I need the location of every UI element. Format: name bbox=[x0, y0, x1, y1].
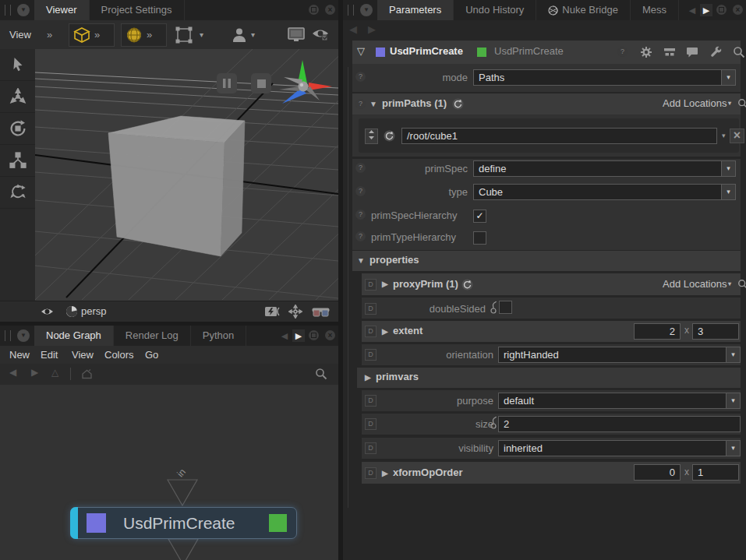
collapse-triangle-icon[interactable]: ▽ bbox=[357, 45, 365, 57]
expand-triangle-icon[interactable]: ▶ bbox=[365, 373, 371, 382]
reorder-handle[interactable] bbox=[365, 129, 378, 144]
search-icon[interactable] bbox=[737, 98, 746, 111]
tab-node-graph[interactable]: Node Graph bbox=[34, 326, 114, 346]
default-state-badge[interactable]: D bbox=[365, 467, 377, 479]
add-locations-arrow-icon[interactable]: ▾ bbox=[728, 280, 731, 287]
help-badge[interactable]: ? bbox=[355, 231, 366, 241]
menu-new[interactable]: New bbox=[9, 346, 30, 364]
primvars-header[interactable]: ▶ primvars bbox=[357, 368, 741, 388]
menu-view[interactable]: View bbox=[72, 346, 94, 364]
path-dropdown-icon[interactable]: ▾ bbox=[722, 132, 726, 139]
expression-toggle-icon[interactable] bbox=[490, 301, 497, 317]
pane-float-button[interactable] bbox=[309, 330, 319, 340]
cube-geometry[interactable] bbox=[108, 116, 245, 256]
default-state-badge[interactable]: D bbox=[365, 418, 377, 430]
node-usdprimcreate[interactable]: UsdPrimCreate bbox=[70, 507, 297, 539]
nav-up-icon[interactable]: △ bbox=[51, 364, 58, 382]
help-badge[interactable]: ? bbox=[355, 163, 366, 173]
default-state-badge[interactable]: D bbox=[365, 303, 377, 315]
dropdown-arrow-icon[interactable]: ▾ bbox=[721, 161, 735, 176]
pan-move-icon[interactable] bbox=[288, 305, 302, 322]
camera-name-label[interactable]: persp bbox=[81, 301, 107, 322]
primspec-dropdown[interactable]: define ▾ bbox=[473, 160, 736, 177]
tab-render-log[interactable]: Render Log bbox=[114, 326, 191, 346]
pane-drag-handle[interactable] bbox=[5, 5, 11, 16]
pane-close-button[interactable]: × bbox=[325, 5, 335, 15]
pane-close-button[interactable]: × bbox=[733, 5, 743, 15]
pause-button[interactable] bbox=[217, 73, 237, 93]
doublesided-checkbox[interactable] bbox=[499, 301, 512, 314]
xform-cols-field[interactable]: 1 bbox=[692, 464, 739, 481]
tab-messages[interactable]: Mess bbox=[631, 0, 679, 20]
tab-scroll-right[interactable]: ▶ bbox=[292, 329, 305, 342]
pane-drag-handle[interactable] bbox=[348, 5, 354, 16]
home-icon[interactable] bbox=[81, 368, 93, 383]
node-color-badge[interactable] bbox=[376, 48, 385, 57]
lighting-expander[interactable]: » bbox=[147, 25, 152, 45]
menu-colors[interactable]: Colors bbox=[104, 346, 134, 364]
extent-cols-field[interactable]: 3 bbox=[692, 323, 739, 340]
visibility-eye-icon[interactable] bbox=[312, 27, 329, 41]
pane-menu-button[interactable]: ▼ bbox=[17, 329, 30, 342]
dropdown-arrow-icon[interactable]: ▾ bbox=[721, 185, 735, 199]
reset-icon[interactable] bbox=[461, 279, 473, 293]
menu-go[interactable]: Go bbox=[145, 346, 158, 364]
dropdown-arrow-icon[interactable]: ▾ bbox=[726, 347, 740, 362]
search-icon[interactable] bbox=[737, 279, 746, 292]
default-state-badge[interactable]: D bbox=[365, 279, 377, 291]
prim-path-input[interactable]: /root/cube1 bbox=[401, 128, 717, 144]
tab-undo-history[interactable]: Undo History bbox=[454, 0, 536, 20]
pane-close-button[interactable]: × bbox=[325, 330, 335, 340]
node-input-badge[interactable] bbox=[87, 513, 106, 533]
add-locations-arrow-icon[interactable]: ▾ bbox=[728, 100, 731, 107]
help-badge[interactable]: ? bbox=[355, 210, 366, 220]
eye-icon[interactable] bbox=[41, 306, 54, 320]
reset-icon[interactable] bbox=[384, 130, 395, 145]
camera-shutter-icon[interactable] bbox=[65, 305, 78, 321]
pane-float-button[interactable] bbox=[309, 5, 319, 15]
tab-scroll-right[interactable]: ▶ bbox=[700, 4, 712, 16]
globe-lighting-icon[interactable] bbox=[122, 26, 147, 44]
size-field[interactable]: 2 bbox=[498, 416, 741, 432]
select-tool-button[interactable] bbox=[0, 49, 35, 81]
scale-tool-button[interactable] bbox=[0, 145, 35, 177]
view-menu-expander[interactable]: » bbox=[47, 20, 52, 49]
add-locations-button[interactable]: Add Locations bbox=[663, 97, 727, 109]
gear-icon[interactable] bbox=[640, 46, 652, 61]
help-badge[interactable]: ? bbox=[355, 186, 366, 196]
stereo-glasses-icon[interactable] bbox=[312, 307, 330, 321]
collapse-triangle-icon[interactable]: ▼ bbox=[357, 256, 365, 265]
tab-parameters[interactable]: Parameters bbox=[377, 0, 454, 20]
help-icon[interactable]: ? bbox=[617, 47, 628, 57]
orbit-tool-button[interactable] bbox=[0, 177, 35, 209]
tab-project-settings[interactable]: Project Settings bbox=[90, 0, 185, 20]
extent-header[interactable]: D ▶ extent 2 x 3 bbox=[362, 321, 741, 342]
search-icon[interactable] bbox=[733, 46, 745, 61]
default-state-badge[interactable]: D bbox=[365, 395, 377, 407]
wrench-icon[interactable] bbox=[710, 46, 723, 61]
axis-gizmo[interactable] bbox=[273, 55, 335, 118]
tab-nuke-bridge[interactable]: Nuke Bridge bbox=[536, 0, 631, 20]
pane-menu-button[interactable]: ▼ bbox=[17, 4, 30, 16]
marquee-select-icon[interactable] bbox=[175, 26, 193, 44]
expand-triangle-icon[interactable]: ▶ bbox=[382, 280, 388, 288]
node-state-badge[interactable] bbox=[477, 48, 486, 57]
node-view-badge[interactable] bbox=[269, 514, 287, 532]
help-badge[interactable]: ? bbox=[355, 72, 366, 82]
translate-tool-button[interactable] bbox=[0, 81, 35, 113]
extent-rows-field[interactable]: 2 bbox=[634, 323, 681, 340]
marquee-dropdown-icon[interactable]: ▾ bbox=[200, 20, 203, 49]
param-history-forward-icon[interactable]: ▶ bbox=[368, 23, 376, 35]
stop-button[interactable] bbox=[251, 73, 271, 93]
xformoporder-header[interactable]: D ▶ xformOpOrder 0 x 1 bbox=[362, 462, 741, 484]
expand-triangle-icon[interactable]: ▶ bbox=[382, 327, 388, 336]
expression-toggle-icon[interactable] bbox=[490, 416, 497, 432]
visibility-dropdown[interactable]: inherited ▾ bbox=[498, 440, 741, 456]
node-shelf-icon[interactable] bbox=[663, 48, 676, 59]
help-badge[interactable]: ? bbox=[355, 99, 366, 109]
nodegraph-canvas[interactable]: in UsdPrimCreate bbox=[0, 385, 338, 560]
param-history-back-icon[interactable]: ◀ bbox=[349, 23, 357, 35]
nav-forward-icon[interactable]: ▶ bbox=[31, 364, 38, 382]
pane-menu-button[interactable]: ▼ bbox=[360, 4, 373, 16]
tab-viewer[interactable]: Viewer bbox=[34, 0, 90, 20]
